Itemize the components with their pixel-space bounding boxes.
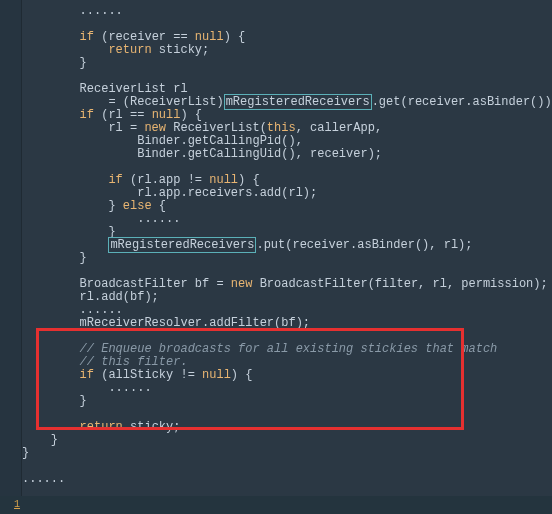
- code-line: }: [22, 447, 552, 460]
- code-line: mRegisteredReceivers.put(receiver.asBind…: [22, 239, 552, 252]
- code-line: }: [22, 395, 552, 408]
- code-line: return sticky;: [22, 44, 552, 57]
- line-gutter: [0, 0, 22, 514]
- code-line: [22, 460, 552, 473]
- code-line: }: [22, 57, 552, 70]
- code-line: }: [22, 252, 552, 265]
- highlighted-var: mRegisteredReceivers: [224, 94, 372, 110]
- bottom-status-bar: [0, 496, 552, 514]
- code-line: mReceiverResolver.addFilter(bf);: [22, 317, 552, 330]
- code-line: }: [22, 434, 552, 447]
- highlighted-var: mRegisteredReceivers: [108, 237, 256, 253]
- code-line: ......: [22, 5, 552, 18]
- warning-indicator[interactable]: 1: [14, 498, 20, 512]
- code-line: Binder.getCallingUid(), receiver);: [22, 148, 552, 161]
- code-line: ......: [22, 382, 552, 395]
- code-line: return sticky;: [22, 421, 552, 434]
- code-editor[interactable]: ...... if (receiver == null) { return st…: [22, 0, 552, 514]
- code-line: ......: [22, 473, 552, 486]
